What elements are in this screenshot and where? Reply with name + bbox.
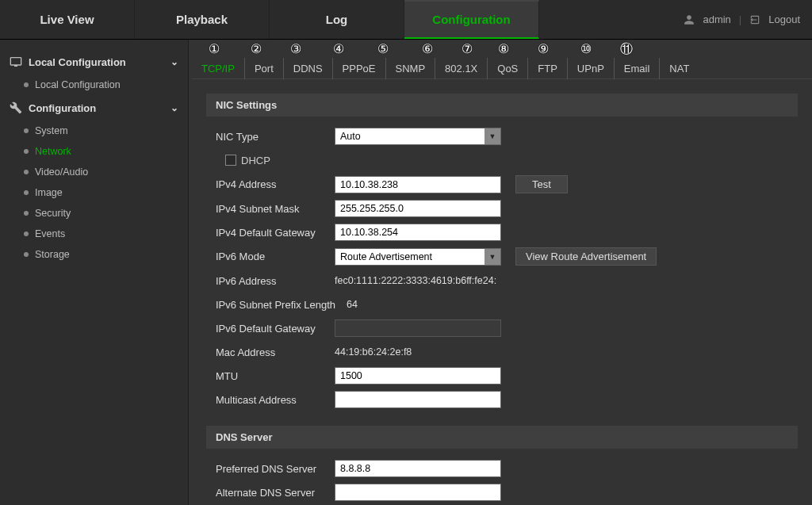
bullet-icon	[24, 170, 29, 174]
dhcp-checkbox[interactable]	[225, 155, 236, 166]
subtab-ftp[interactable]: FTP	[528, 58, 568, 79]
nav-live-view[interactable]: Live View	[0, 0, 135, 39]
alternate-dns-label: Alternate DNS Server	[216, 487, 335, 499]
subtab-port[interactable]: Port	[245, 58, 284, 79]
ipv6-addr-value: fec0:1111:2222:3333:4619:b6ff:fe24:	[335, 275, 496, 286]
chevron-down-icon: ⌄	[170, 56, 178, 67]
mtu-label: MTU	[216, 370, 335, 382]
ipv4-address-label: IPv4 Address	[216, 178, 335, 190]
sidebar-section-local-config[interactable]: Local Configuration ⌄	[0, 49, 188, 75]
sidebar: Local Configuration ⌄ Local Configuratio…	[0, 40, 189, 505]
ipv4-mask-input[interactable]	[335, 200, 501, 217]
ipv6-addr-label: IPv6 Address	[216, 275, 335, 287]
preferred-dns-input[interactable]	[335, 460, 501, 477]
sidebar-item-label: Local Configuration	[35, 79, 121, 90]
logout-link[interactable]: Logout	[768, 13, 800, 25]
annotation-11: ⑪	[620, 41, 633, 58]
bullet-icon	[24, 149, 29, 154]
subtab-upnp[interactable]: UPnP	[568, 58, 615, 79]
user-icon	[684, 14, 695, 25]
mac-value: 44:19:b6:24:2e:f8	[335, 346, 412, 358]
annotation-4: ④	[333, 41, 344, 56]
sidebar-section-label: Local Configuration	[29, 56, 126, 68]
alternate-dns-input[interactable]	[335, 484, 501, 501]
monitor-icon	[10, 55, 22, 68]
annotation-10: ⑩	[580, 41, 592, 56]
sidebar-section-label: Configuration	[29, 102, 96, 114]
bullet-icon	[24, 211, 29, 216]
mac-label: Mac Address	[216, 346, 335, 358]
sidebar-item-label: Video/Audio	[35, 166, 88, 178]
content-area: ①②③④⑤⑥⑦⑧⑨⑩⑪ TCP/IP Port DDNS PPPoE SNMP …	[189, 40, 812, 505]
ipv6-mode-select[interactable]: Route Advertisement ▼	[335, 248, 501, 266]
subtab-8021x[interactable]: 802.1X	[435, 58, 488, 79]
sidebar-item-network[interactable]: Network	[0, 141, 188, 162]
subtab-nat[interactable]: NAT	[660, 58, 699, 79]
tab-annotations: ①②③④⑤⑥⑦⑧⑨⑩⑪	[189, 41, 812, 57]
username-label: admin	[703, 13, 730, 25]
divider: |	[739, 13, 741, 25]
ipv6-gw-input[interactable]	[335, 319, 501, 337]
ipv4-gw-label: IPv4 Default Gateway	[216, 227, 335, 239]
sidebar-item-video-audio[interactable]: Video/Audio	[0, 162, 188, 182]
subtab-snmp[interactable]: SNMP	[386, 58, 436, 79]
annotation-2: ②	[251, 41, 262, 56]
annotation-3: ③	[290, 41, 301, 56]
annotation-5: ⑤	[377, 41, 389, 56]
nic-type-select[interactable]: Auto ▼	[335, 128, 501, 145]
bullet-icon	[24, 252, 29, 257]
ipv6-mode-label: IPv6 Mode	[216, 251, 335, 262]
view-route-button[interactable]: View Route Advertisement	[515, 247, 657, 266]
bullet-icon	[24, 82, 29, 87]
nav-configuration[interactable]: Configuration	[404, 0, 539, 39]
ipv6-prefix-label: IPv6 Subnet Prefix Length	[216, 299, 347, 311]
sidebar-item-label: Events	[35, 228, 65, 239]
subtab-qos[interactable]: QoS	[488, 58, 528, 79]
sidebar-item-security[interactable]: Security	[0, 203, 188, 224]
chevron-down-icon: ⌄	[170, 102, 178, 113]
sidebar-item-events[interactable]: Events	[0, 224, 188, 244]
subtab-pppoe[interactable]: PPPoE	[333, 58, 386, 79]
sidebar-item-image[interactable]: Image	[0, 182, 188, 203]
ipv4-address-input[interactable]	[335, 176, 501, 193]
dns-header: DNS Server	[206, 426, 798, 449]
sidebar-item-system[interactable]: System	[0, 121, 188, 141]
dhcp-label: DHCP	[241, 155, 270, 166]
bullet-icon	[24, 231, 29, 236]
ipv6-gw-label: IPv6 Default Gateway	[216, 323, 335, 335]
logout-icon[interactable]	[749, 14, 760, 25]
nav-playback[interactable]: Playback	[135, 0, 270, 39]
annotation-7: ⑦	[462, 41, 473, 56]
ipv4-gw-input[interactable]	[335, 224, 501, 241]
annotation-1: ①	[209, 41, 220, 56]
ipv6-mode-value: Route Advertisement	[340, 251, 432, 262]
sidebar-item-local-configuration[interactable]: Local Configuration	[0, 75, 188, 95]
nic-settings-header: NIC Settings	[206, 94, 798, 117]
nic-type-value: Auto	[340, 131, 361, 142]
chevron-down-icon: ▼	[485, 128, 500, 144]
multicast-input[interactable]	[335, 391, 501, 408]
ipv6-prefix-value: 64	[347, 299, 358, 310]
ipv4-mask-label: IPv4 Subnet Mask	[216, 203, 335, 215]
test-button[interactable]: Test	[515, 175, 568, 193]
annotation-9: ⑨	[538, 41, 549, 56]
wrench-icon	[10, 101, 22, 114]
mtu-input[interactable]	[335, 367, 501, 384]
top-nav: Live View Playback Log Configuration adm…	[0, 0, 812, 40]
sidebar-item-label: Security	[35, 208, 71, 219]
subtab-tcpip[interactable]: TCP/IP	[192, 58, 245, 79]
nic-type-label: NIC Type	[216, 131, 335, 143]
annotation-6: ⑥	[422, 41, 433, 56]
nav-log[interactable]: Log	[270, 0, 404, 39]
subtab-email[interactable]: Email	[615, 58, 661, 79]
sidebar-item-label: Storage	[35, 249, 70, 260]
subtab-ddns[interactable]: DDNS	[284, 58, 333, 79]
bullet-icon	[24, 190, 29, 195]
user-area: admin | Logout	[672, 0, 812, 39]
sidebar-item-label: Network	[35, 146, 71, 157]
chevron-down-icon: ▼	[485, 249, 500, 265]
bullet-icon	[24, 128, 29, 133]
sidebar-section-configuration[interactable]: Configuration ⌄	[0, 95, 188, 121]
annotation-8: ⑧	[498, 41, 509, 56]
sidebar-item-storage[interactable]: Storage	[0, 244, 188, 265]
